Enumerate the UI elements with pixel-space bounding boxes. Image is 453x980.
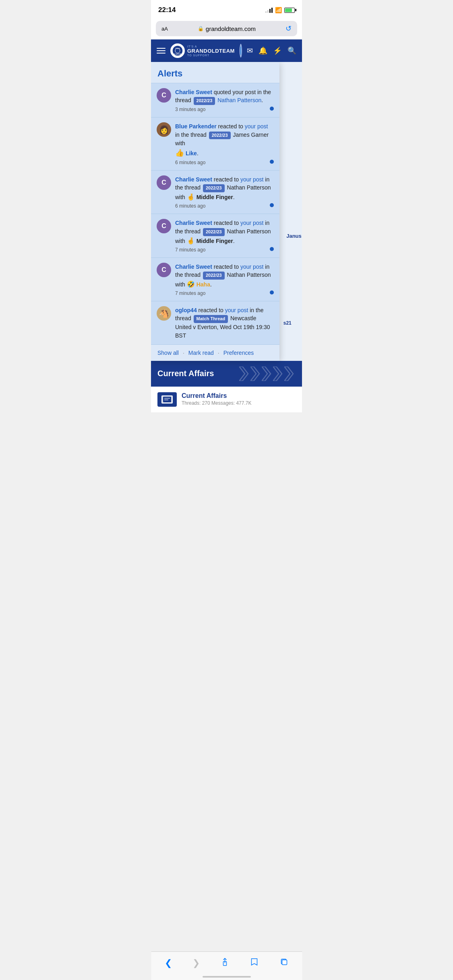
section-name[interactable]: Current Affairs bbox=[182, 392, 296, 399]
alert-content: Charlie Sweet reacted to your post in th… bbox=[175, 175, 274, 209]
site-logo[interactable]: IT'S A TO SUPPORT IT'S A GRANDOLDTEAM TO… bbox=[170, 43, 235, 58]
alert-text: Charlie Sweet quoted your post in the th… bbox=[175, 88, 274, 105]
middle-finger-emoji-icon: 🤞 bbox=[187, 194, 195, 200]
unread-indicator bbox=[270, 160, 274, 164]
alert-username[interactable]: Blue Parkender bbox=[175, 123, 217, 130]
reaction-label: Like bbox=[186, 150, 197, 156]
alert-content: Charlie Sweet reacted to your post in th… bbox=[175, 219, 274, 252]
alert-content: Charlie Sweet quoted your post in the th… bbox=[175, 88, 274, 112]
alert-timestamp: 7 minutes ago bbox=[175, 247, 274, 253]
logo-bottom-text: TO SUPPORT bbox=[187, 54, 235, 57]
address-left: aA bbox=[161, 26, 168, 32]
alert-username[interactable]: Charlie Sweet bbox=[175, 264, 212, 270]
battery-icon bbox=[284, 8, 295, 13]
content-info: Current Affairs Threads: 270 Messages: 4… bbox=[182, 392, 296, 406]
reaction-label: Middle Finger bbox=[197, 194, 233, 200]
your-post-link[interactable]: your post bbox=[225, 307, 248, 313]
signal-bars-icon bbox=[265, 7, 273, 13]
alert-timestamp: 6 minutes ago bbox=[175, 160, 274, 165]
svg-rect-5 bbox=[239, 366, 296, 381]
haha-emoji-icon: 🤣 bbox=[187, 281, 195, 288]
search-icon[interactable]: 🔍 bbox=[288, 46, 296, 55]
wifi-icon: 📶 bbox=[275, 7, 282, 13]
your-post-link[interactable]: your post bbox=[240, 220, 264, 226]
reaction-label: Haha bbox=[197, 281, 210, 288]
user-avatar[interactable]: 👤 bbox=[240, 44, 242, 58]
preferences-link[interactable]: Preferences bbox=[223, 350, 254, 356]
middle-finger-emoji-icon: 🤞 bbox=[187, 237, 195, 244]
address-bar-inner[interactable]: aA 🔒 grandoldteam.com ↺ bbox=[156, 21, 297, 36]
alert-text: Charlie Sweet reacted to your post in th… bbox=[175, 219, 274, 245]
alert-text: Blue Parkender reacted to your post in t… bbox=[175, 122, 274, 158]
alert-item[interactable]: 👩 Blue Parkender reacted to your post in… bbox=[151, 117, 279, 170]
messages-icon[interactable]: ✉ bbox=[247, 46, 253, 55]
alert-item[interactable]: C Charlie Sweet quoted your post in the … bbox=[151, 83, 279, 117]
section-meta: Threads: 270 Messages: 477.7K bbox=[182, 400, 296, 406]
alert-timestamp: 3 minutes ago bbox=[175, 107, 274, 112]
thread-link[interactable]: Nathan Patterson bbox=[217, 97, 261, 103]
alerts-panel: Alerts C Charlie Sweet quoted your post … bbox=[151, 62, 279, 361]
alert-content: Charlie Sweet reacted to your post in th… bbox=[175, 263, 274, 296]
avatar: C bbox=[157, 219, 171, 233]
forum-icon bbox=[161, 395, 173, 404]
mark-read-link[interactable]: Mark read bbox=[188, 350, 214, 356]
alert-item[interactable]: C Charlie Sweet reacted to your post in … bbox=[151, 214, 279, 257]
url-display[interactable]: grandoldteam.com bbox=[206, 25, 256, 32]
avatar: 👩 bbox=[157, 122, 171, 137]
alert-text: Charlie Sweet reacted to your post in th… bbox=[175, 175, 274, 202]
status-bar: 22:14 📶 bbox=[151, 0, 302, 18]
peek-text: Janus bbox=[286, 233, 302, 239]
alert-text: Charlie Sweet reacted to your post in th… bbox=[175, 263, 274, 289]
alert-username[interactable]: Charlie Sweet bbox=[175, 89, 212, 95]
thread-tag-badge: 2022/23 bbox=[203, 184, 225, 192]
notifications-bell-icon[interactable]: 🔔 bbox=[259, 46, 267, 55]
reaction-label: Middle Finger bbox=[197, 238, 233, 244]
thread-tag-badge: 2022/23 bbox=[203, 228, 225, 236]
avatar: C bbox=[157, 88, 171, 103]
logo-emblem: IT'S A TO SUPPORT bbox=[170, 43, 185, 58]
like-emoji-icon: 👍 bbox=[175, 149, 184, 157]
nav-icons-group: ✉ 🔔 ⚡ 🔍 bbox=[247, 46, 296, 55]
section-icon bbox=[157, 392, 177, 407]
logo-main-text: GRANDOLDTEAM bbox=[187, 48, 235, 54]
hamburger-menu-button[interactable] bbox=[157, 48, 165, 54]
alert-timestamp: 7 minutes ago bbox=[175, 290, 274, 296]
svg-text:TO SUPPORT: TO SUPPORT bbox=[174, 54, 182, 55]
avatar: C bbox=[157, 263, 171, 277]
avatar: C bbox=[157, 175, 171, 190]
logo-text-group: IT'S A GRANDOLDTEAM TO SUPPORT bbox=[187, 45, 235, 57]
thread-tag-badge: 2022/23 bbox=[203, 272, 225, 280]
status-icons: 📶 bbox=[265, 7, 295, 13]
alerts-title: Alerts bbox=[157, 68, 182, 78]
svg-rect-6 bbox=[163, 396, 172, 403]
refresh-icon[interactable]: ↺ bbox=[285, 24, 292, 33]
alerts-header: Alerts bbox=[151, 62, 279, 83]
show-all-link[interactable]: Show all bbox=[157, 350, 179, 356]
logo-top-text: IT'S A bbox=[187, 45, 235, 48]
secure-lock-icon: 🔒 bbox=[198, 26, 204, 31]
alert-username[interactable]: oglop44 bbox=[175, 307, 197, 313]
your-post-link[interactable]: your post bbox=[240, 264, 264, 270]
status-time: 22:14 bbox=[158, 6, 176, 14]
lightning-icon[interactable]: ⚡ bbox=[273, 46, 282, 55]
alert-username[interactable]: Charlie Sweet bbox=[175, 176, 212, 183]
unread-indicator bbox=[270, 290, 274, 294]
alert-item[interactable]: 🐴 oglop44 reacted to your post in the th… bbox=[151, 301, 279, 344]
thread-tag-badge: 2022/23 bbox=[209, 132, 231, 140]
alert-text: oglop44 reacted to your post in the thre… bbox=[175, 306, 274, 340]
banner-pattern bbox=[239, 366, 296, 381]
font-size-control[interactable]: aA bbox=[161, 26, 168, 32]
match-thread-tag-badge: Match Thread bbox=[194, 315, 228, 323]
alert-content: oglop44 reacted to your post in the thre… bbox=[175, 306, 274, 340]
alert-username[interactable]: Charlie Sweet bbox=[175, 220, 212, 226]
peek-number: s21 bbox=[283, 320, 292, 326]
your-post-link[interactable]: your post bbox=[245, 123, 268, 130]
current-affairs-banner-title: Current Affairs bbox=[157, 369, 214, 378]
your-post-link[interactable]: your post bbox=[240, 176, 264, 183]
unread-indicator bbox=[270, 203, 274, 207]
alert-item[interactable]: C Charlie Sweet reacted to your post in … bbox=[151, 257, 279, 301]
unread-indicator bbox=[270, 247, 274, 251]
content-list-item[interactable]: Current Affairs Threads: 270 Messages: 4… bbox=[151, 387, 302, 413]
alert-item[interactable]: C Charlie Sweet reacted to your post in … bbox=[151, 170, 279, 214]
current-affairs-banner[interactable]: Current Affairs bbox=[151, 361, 302, 387]
